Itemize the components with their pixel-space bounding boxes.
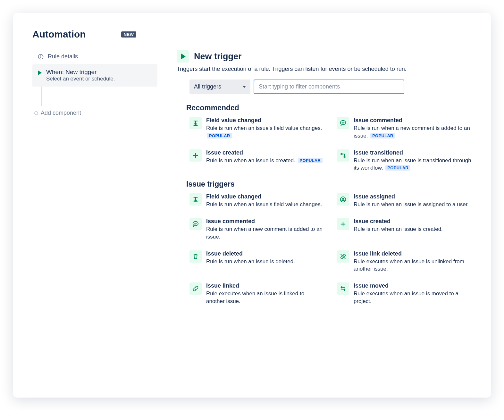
rule-details-label: Rule details [48,53,78,60]
trigger-title: Issue moved [354,282,472,289]
trigger-title: Field value changed [206,193,324,200]
trigger-description: Rule is run when a new comment is added … [354,124,472,140]
trigger-category-dropdown[interactable]: All triggers [189,80,250,94]
trigger-card[interactable]: Issue transitionedRule is run when an is… [337,149,472,172]
trigger-title: Issue commented [206,218,324,225]
filter-input[interactable] [254,80,404,94]
trigger-description: Rule is run when an issue is assigned to… [354,201,472,208]
main-description: Triggers start the execution of a rule. … [177,66,472,72]
person-icon [337,193,349,206]
trigger-description: Rule is run when an issue is transitione… [354,157,472,172]
move-icon [337,282,349,295]
main-title: New trigger [194,52,242,62]
dropdown-label: All triggers [194,83,221,90]
add-component-label: Add component [41,110,81,116]
trigger-description: Rule executes when an issue is moved to … [354,290,472,305]
trash-icon [189,250,202,263]
trigger-description: Rule is run when an issue is created. PO… [206,157,324,164]
trigger-title: Field value changed [206,117,324,124]
trigger-description: Rule is run when an issue's field value … [206,124,324,140]
new-badge: NEW [121,31,137,38]
trigger-card[interactable]: Issue commentedRule is run when a new co… [337,117,472,140]
trigger-title: Issue linked [206,282,324,289]
trigger-description: Rule is run when an issue is created. [354,225,472,233]
sidebar-item-new-trigger[interactable]: When: New trigger Select an event or sch… [32,64,157,87]
popular-badge: POPULAR [298,158,323,163]
step-subtitle: Select an event or schedule. [46,76,115,82]
trigger-title: Issue commented [354,117,472,124]
sidebar-item-rule-details[interactable]: Rule details [32,49,157,64]
trigger-header-icon [177,50,189,63]
trigger-title: Issue transitioned [354,149,472,156]
chevron-down-icon [243,86,246,88]
field-change-icon [189,193,202,206]
page-title: Automation [32,29,86,40]
main-panel: New trigger Triggers start the execution… [177,49,472,305]
plus-icon [189,149,202,162]
trigger-title: Issue created [354,218,472,225]
circle-icon [34,111,38,115]
plus-icon [337,218,349,230]
trigger-card[interactable]: Issue link deletedRule executes when an … [337,250,472,273]
trigger-card[interactable]: Issue linkedRule executes when an issue … [189,282,324,305]
step-title: When: New trigger [46,69,115,76]
svg-point-2 [41,55,41,56]
trigger-title: Issue link deleted [354,250,472,257]
trigger-description: Rule executes when an issue is unlinked … [354,258,472,273]
trigger-card[interactable]: Issue deletedRule is run when an issue i… [189,250,324,273]
comment-icon [337,117,349,129]
field-change-icon [189,117,202,129]
info-icon [38,54,44,60]
trigger-description: Rule is run when an issue's field value … [206,201,324,208]
trigger-card[interactable]: Issue movedRule executes when an issue i… [337,282,472,305]
transition-icon [337,149,349,162]
popular-badge: POPULAR [370,133,395,139]
trigger-card[interactable]: Issue commentedRule is run when a new co… [189,218,324,241]
trigger-card[interactable]: Field value changedRule is run when an i… [189,193,324,208]
sidebar: Rule details When: New trigger Select an… [32,49,157,305]
trigger-description: Rule is run when an issue is deleted. [206,258,324,265]
trigger-card[interactable]: Issue createdRule is run when an issue i… [337,218,472,241]
connector-line [41,87,42,106]
play-icon [38,71,42,75]
trigger-card[interactable]: Issue createdRule is run when an issue i… [189,149,324,172]
section-recommended-title: Recommended [186,104,472,112]
popular-badge: POPULAR [385,165,410,171]
trigger-card[interactable]: Field value changedRule is run when an i… [189,117,324,140]
trigger-description: Rule executes when an issue is linked to… [206,290,324,305]
link-icon [189,282,202,295]
trigger-title: Issue assigned [354,193,472,200]
unlink-icon [337,250,349,263]
section-issue-title: Issue triggers [186,180,472,189]
trigger-description: Rule is run when a new comment is added … [206,225,324,241]
trigger-card[interactable]: Issue assignedRule is run when an issue … [337,193,472,208]
sidebar-item-add-component[interactable]: Add component [32,106,157,120]
comment-icon [189,218,202,230]
popular-badge: POPULAR [207,133,232,139]
trigger-title: Issue deleted [206,250,324,257]
trigger-title: Issue created [206,149,324,156]
